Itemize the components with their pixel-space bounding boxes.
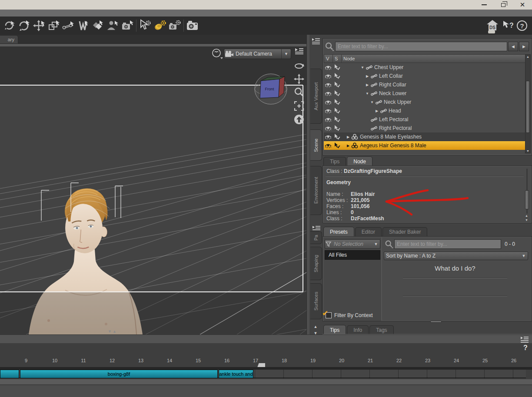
ruler-tick-25[interactable]: 25 — [482, 358, 488, 363]
scene-nav-back-button[interactable]: ◄ — [508, 42, 518, 51]
ruler-tick-23[interactable]: 23 — [425, 358, 430, 363]
selectability-cursor-icon[interactable] — [332, 108, 341, 114]
ruler-tick-18[interactable]: 18 — [282, 358, 287, 363]
pan-icon[interactable] — [293, 73, 305, 85]
visibility-eye-icon[interactable] — [324, 126, 332, 131]
visibility-eye-icon[interactable] — [324, 73, 332, 79]
scene-node-genesis-8-male-eyelashes[interactable]: ▶Genesis 8 Male Eyelashes — [324, 132, 526, 141]
ruler-tick-12[interactable]: 12 — [110, 358, 115, 363]
bottom-tab-tips[interactable]: Tips — [323, 325, 346, 334]
expander-closed-icon[interactable]: ▶ — [365, 83, 370, 87]
animation-clip-0[interactable] — [0, 370, 19, 378]
context-help-cursor-icon[interactable]: ? — [500, 18, 515, 33]
frame-icon[interactable] — [293, 100, 305, 112]
scale-tool-icon[interactable] — [46, 18, 61, 33]
expander-closed-icon[interactable]: ▶ — [374, 109, 379, 113]
dock-splitter[interactable] — [306, 35, 309, 334]
ruler-tick-20[interactable]: 20 — [339, 358, 344, 363]
search-icon[interactable] — [384, 239, 394, 249]
clips-track[interactable]: boxing-g8fankle touch and — [0, 370, 526, 378]
timeline-help-icon[interactable]: ? — [523, 344, 528, 352]
timeline[interactable]: ? 91011121314151617181920212223242526 bo… — [0, 343, 532, 397]
restore-button[interactable] — [494, 0, 513, 10]
column-selectability[interactable]: S — [333, 55, 342, 63]
ruler-tick-13[interactable]: 13 — [138, 358, 143, 363]
visibility-eye-icon[interactable] — [324, 82, 332, 88]
timeline-options-icon[interactable] — [520, 336, 529, 344]
ruler-tick-24[interactable]: 24 — [454, 358, 459, 363]
selectability-cursor-icon[interactable] — [332, 90, 341, 96]
ruler-tick-26[interactable]: 26 — [511, 358, 516, 363]
visibility-eye-icon[interactable] — [324, 91, 332, 96]
figure-selection-tool-icon[interactable] — [105, 18, 120, 33]
scene-node-aegeus-hair-genesis-8-male[interactable]: ▶Aegeus Hair Genesis 8 Male — [324, 141, 526, 150]
scene-node-left-pectoral[interactable]: Left Pectoral — [324, 115, 526, 124]
node-selection-tool-icon[interactable] — [90, 18, 105, 33]
visibility-eye-icon[interactable] — [324, 99, 332, 105]
active-tool-gold-icon[interactable] — [153, 18, 167, 33]
visibility-eye-icon[interactable] — [324, 117, 332, 122]
orbit-rotate-tool-icon[interactable] — [2, 18, 17, 33]
render-camera-icon[interactable] — [185, 18, 200, 33]
node-scrollbar[interactable]: ▲ ▼ — [524, 168, 530, 222]
selectability-cursor-icon[interactable] — [332, 82, 341, 88]
rotate-tool-icon[interactable] — [17, 18, 31, 33]
visibility-eye-icon[interactable] — [324, 134, 332, 140]
expander-open-icon[interactable]: ▼ — [360, 66, 365, 69]
animation-clip-boxing-g8f[interactable]: boxing-g8f — [20, 370, 218, 378]
selectability-cursor-icon[interactable] — [332, 134, 341, 140]
ruler-tick-9[interactable]: 9 — [25, 358, 27, 363]
scene-node-chest-upper[interactable]: ▼Chest Upper — [324, 63, 526, 72]
help-icon[interactable]: ? — [515, 18, 529, 33]
ruler-tick-10[interactable]: 10 — [52, 358, 57, 363]
dock-tab-pa[interactable]: Pa — [310, 231, 322, 244]
ruler-tick-16[interactable]: 16 — [224, 358, 229, 363]
ruler-tick-19[interactable]: 19 — [310, 358, 316, 363]
bone-edit-tool-icon[interactable] — [61, 18, 76, 33]
ruler-tick-17[interactable]: 17 — [253, 358, 258, 363]
presets-pane-tab-editor[interactable]: Editor — [355, 227, 382, 236]
ruler-tick-15[interactable]: 15 — [196, 358, 201, 363]
scene-nav-forward-button[interactable]: ► — [519, 42, 529, 51]
visibility-eye-icon[interactable] — [324, 108, 332, 114]
expander-closed-icon[interactable]: ▶ — [346, 135, 351, 139]
expander-closed-icon[interactable]: ▶ — [365, 74, 370, 78]
minimize-button[interactable] — [475, 0, 494, 10]
sort-dropdown[interactable]: Sort by Name : A to Z ▼ — [384, 251, 528, 260]
view-cube-front-label[interactable]: Front — [265, 87, 274, 91]
scene-node-left-collar[interactable]: ▶Left Collar — [324, 72, 526, 80]
content-library-tab-fragment[interactable]: ary — [0, 35, 18, 43]
dock-tab-shaping[interactable]: Shaping — [310, 247, 322, 280]
camera-select-tool-icon[interactable] — [120, 18, 135, 33]
viewport-collapse-handle[interactable]: ▼▲ — [108, 329, 117, 334]
bottom-tab-tags[interactable]: Tags — [369, 325, 393, 334]
selectability-cursor-icon[interactable] — [332, 64, 341, 70]
expander-closed-icon[interactable]: ▶ — [346, 144, 351, 148]
scene-node-right-collar[interactable]: ▶Right Collar — [324, 80, 526, 89]
viewport-3d[interactable]: Front Default Camera ▼ ▼▲ — [0, 47, 306, 334]
bottom-tab-info[interactable]: Info — [347, 325, 369, 334]
selectability-cursor-icon[interactable] — [332, 73, 341, 79]
node-pane-tab-tips[interactable]: Tips — [323, 157, 346, 166]
visibility-eye-icon[interactable] — [324, 143, 332, 149]
column-visibility[interactable]: V — [324, 55, 333, 63]
visibility-eye-icon[interactable] — [324, 65, 332, 70]
filter-by-context-row[interactable]: ✔ Filter By Context — [326, 312, 373, 318]
reset-view-icon[interactable] — [293, 114, 305, 125]
presets-pane-tab-presets[interactable]: Presets — [323, 227, 354, 236]
search-icon[interactable] — [324, 41, 335, 52]
scene-node-neck-upper[interactable]: ▼Neck Upper — [324, 98, 526, 106]
scene-node-head[interactable]: ▶Head — [324, 106, 526, 115]
presets-pane-tab-shader-baker[interactable]: Shader Baker — [382, 227, 427, 236]
scene-node-neck-lower[interactable]: ▼Neck Lower — [324, 89, 526, 98]
ruler-tick-21[interactable]: 21 — [368, 358, 373, 363]
selectability-cursor-icon[interactable] — [332, 125, 341, 131]
node-pane-tab-node[interactable]: Node — [347, 156, 372, 166]
camera-selector-chevron-icon[interactable]: ▼ — [281, 49, 291, 59]
draw-style-button[interactable] — [211, 48, 223, 60]
dock-drag-handle[interactable] — [488, 30, 495, 33]
camera-selector[interactable]: Default Camera ▼ — [224, 49, 291, 59]
close-button[interactable]: ✕ — [513, 0, 532, 10]
ruler-tick-14[interactable]: 14 — [167, 358, 172, 363]
render-settings-icon[interactable] — [167, 18, 182, 33]
